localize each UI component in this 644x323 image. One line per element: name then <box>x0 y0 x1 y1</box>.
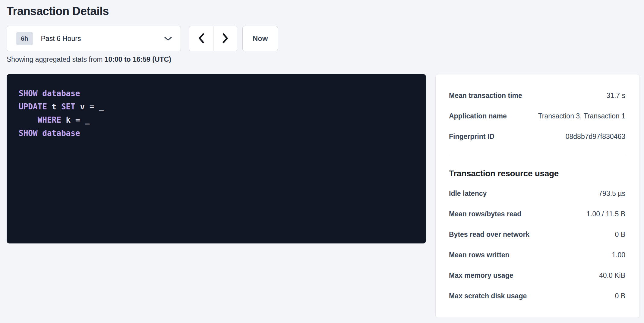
time-range-badge: 6h <box>16 32 33 45</box>
detail-row: Application nameTransaction 3, Transacti… <box>449 106 625 126</box>
resource-usage-heading: Transaction resource usage <box>449 169 625 178</box>
time-range-dropdown[interactable]: 6h Past 6 Hours <box>7 26 181 51</box>
sql-line: SHOW database <box>19 127 414 140</box>
chevron-left-icon <box>198 33 205 45</box>
row-label: Max scratch disk usage <box>449 292 533 300</box>
row-value: 31.7 s <box>606 92 625 100</box>
chevron-down-icon <box>164 36 172 41</box>
sql-line: SHOW database <box>19 87 414 100</box>
summary-rows: Mean transaction time31.7 sApplication n… <box>449 85 625 147</box>
sql-statements: SHOW databaseUPDATE t SET v = _ WHERE k … <box>7 74 426 243</box>
row-value: 0 B <box>615 230 625 239</box>
now-button[interactable]: Now <box>242 26 278 51</box>
row-value: 08d8b7d97f830463 <box>566 133 625 141</box>
row-label: Application name <box>449 112 513 120</box>
detail-row: Mean rows/bytes read1.00 / 11.5 B <box>449 204 625 224</box>
row-value: 793.5 µs <box>598 190 625 198</box>
row-label: Bytes read over network <box>449 230 535 239</box>
row-value: 40.0 KiB <box>599 271 625 280</box>
chevron-right-icon <box>222 33 229 45</box>
row-label: Mean rows/bytes read <box>449 210 527 218</box>
row-label: Fingerprint ID <box>449 133 500 141</box>
detail-row: Mean transaction time31.7 s <box>449 85 625 106</box>
next-time-button[interactable] <box>213 26 237 51</box>
row-label: Mean transaction time <box>449 92 528 100</box>
transaction-details-page: Transaction Details 6h Past 6 Hours <box>0 0 644 323</box>
detail-row: Bytes read over network0 B <box>449 224 625 245</box>
aggregated-stats-caption: Showing aggregated stats from 10:00 to 1… <box>7 55 171 64</box>
detail-row: Max memory usage40.0 KiB <box>449 265 625 286</box>
row-value: 1.00 <box>612 251 625 259</box>
time-controls: 6h Past 6 Hours <box>7 26 278 51</box>
row-label: Idle latency <box>449 190 493 198</box>
detail-row: Max scratch disk usage0 B <box>449 286 625 306</box>
transaction-details-card: Mean transaction time31.7 sApplication n… <box>435 74 640 318</box>
row-value: Transaction 3, Transaction 1 <box>538 112 625 120</box>
time-step-buttons <box>189 26 237 51</box>
detail-row: Idle latency793.5 µs <box>449 183 625 204</box>
detail-row: Mean rows written1.00 <box>449 245 625 265</box>
row-label: Max memory usage <box>449 271 519 280</box>
row-label: Mean rows written <box>449 251 516 259</box>
resource-usage-rows: Idle latency793.5 µsMean rows/bytes read… <box>449 183 625 306</box>
detail-row: Fingerprint ID08d8b7d97f830463 <box>449 126 625 147</box>
time-range-label: Past 6 Hours <box>41 35 81 43</box>
page-title: Transaction Details <box>7 5 109 18</box>
previous-time-button[interactable] <box>189 26 213 51</box>
row-value: 1.00 / 11.5 B <box>586 210 625 218</box>
sql-line: UPDATE t SET v = _ <box>19 100 414 113</box>
sql-line: WHERE k = _ <box>19 113 414 127</box>
card-divider <box>449 155 625 155</box>
row-value: 0 B <box>615 292 625 300</box>
caption-prefix: Showing aggregated stats from <box>7 55 105 63</box>
caption-time-range: 10:00 to 16:59 (UTC) <box>105 55 171 63</box>
